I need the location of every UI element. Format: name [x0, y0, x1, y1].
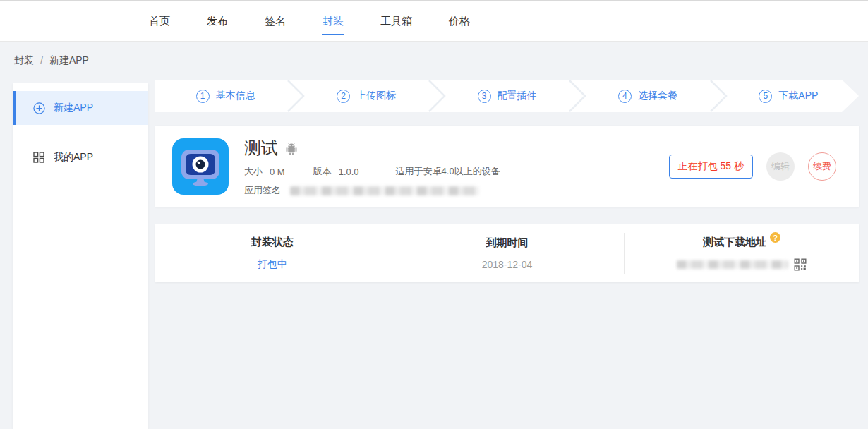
nav-item-signature[interactable]: 签名 — [264, 1, 287, 41]
sidebar-item-new-app[interactable]: 新建APP — [13, 91, 148, 125]
download-url-redacted[interactable] — [677, 260, 788, 269]
app-size-value: 0 M — [270, 167, 285, 177]
nav-item-publish[interactable]: 发布 — [206, 1, 229, 41]
step-label: 选择套餐 — [638, 90, 677, 102]
step-upload-icon: 2 上传图标 — [296, 80, 436, 112]
content-area: 新建APP 我的APP 1 基本信息 2 上传图标 3 配置插件 — [0, 80, 868, 429]
step-download-app: 5 下载APP — [718, 80, 859, 112]
step-label: 上传图标 — [356, 90, 396, 102]
app-compatibility: 适用于安卓4.0以上的设备 — [396, 165, 500, 178]
app-name: 测试 — [244, 139, 278, 157]
app-version-label: 版本 — [313, 165, 332, 178]
step-label: 下载APP — [778, 90, 818, 102]
sidebar: 新建APP 我的APP — [13, 83, 148, 429]
app-info: 测试 — [244, 138, 669, 194]
edit-button[interactable]: 编辑 — [766, 152, 795, 181]
android-icon — [285, 142, 298, 155]
breadcrumb-current: 新建APP — [49, 54, 89, 67]
expiry-header: 到期时间 — [486, 236, 529, 250]
nav-item-toolbox[interactable]: 工具箱 — [380, 1, 413, 41]
step-configure-plugins: 3 配置插件 — [437, 80, 577, 112]
step-number: 1 — [196, 90, 210, 103]
nav-item-home[interactable]: 首页 — [148, 1, 171, 41]
app-signature-redacted — [290, 186, 479, 195]
steps-wizard: 1 基本信息 2 上传图标 3 配置插件 4 选择套餐 5 下载APP — [155, 80, 859, 112]
main-panel: 1 基本信息 2 上传图标 3 配置插件 4 选择套餐 5 下载APP — [155, 80, 859, 282]
nav-item-price[interactable]: 价格 — [448, 1, 471, 41]
step-number: 2 — [337, 90, 350, 103]
step-label: 基本信息 — [216, 90, 255, 102]
expiry-value: 2018-12-04 — [482, 259, 533, 270]
package-status-header: 封装状态 — [251, 236, 294, 249]
grid-icon — [32, 152, 45, 163]
package-status-value: 打包中 — [258, 258, 287, 271]
app-card: 测试 — [155, 126, 859, 207]
main-nav: 首页 发布 签名 封装 工具箱 价格 — [148, 1, 471, 41]
app-icon — [172, 138, 229, 195]
renew-button[interactable]: 续费 — [808, 152, 836, 181]
nav-item-package[interactable]: 封装 — [322, 1, 344, 41]
expiry-column: 到期时间 2018-12-04 — [390, 233, 625, 274]
step-select-plan: 4 选择套餐 — [577, 80, 718, 112]
package-info-card: 封装状态 打包中 到期时间 2018-12-04 测试下载地址 ? — [155, 224, 859, 282]
sidebar-item-label: 我的APP — [54, 151, 93, 164]
packing-status-button[interactable]: 正在打包 55 秒 — [669, 155, 753, 179]
app-actions: 正在打包 55 秒 编辑 续费 — [669, 138, 842, 194]
download-url-header: 测试下载地址 — [703, 236, 766, 249]
sidebar-item-my-app[interactable]: 我的APP — [13, 140, 148, 174]
help-coin-icon[interactable]: ? — [770, 232, 780, 243]
qr-code-icon[interactable] — [794, 258, 807, 271]
breadcrumb-parent[interactable]: 封装 — [14, 54, 34, 67]
app-size-label: 大小 — [244, 165, 263, 178]
download-url-column: 测试下载地址 ? — [624, 233, 859, 274]
step-basic-info: 1 基本信息 — [155, 80, 296, 112]
step-number: 3 — [478, 90, 491, 103]
plus-circle-icon — [32, 102, 45, 114]
step-label: 配置插件 — [498, 90, 537, 102]
step-number: 5 — [759, 90, 772, 103]
package-status-column: 封装状态 打包中 — [155, 233, 390, 274]
sidebar-item-label: 新建APP — [54, 102, 93, 114]
top-header: 首页 发布 签名 封装 工具箱 价格 — [0, 0, 868, 42]
step-number: 4 — [618, 90, 632, 103]
app-signature-label: 应用签名 — [244, 184, 281, 197]
app-version-value: 1.0.0 — [339, 167, 359, 177]
breadcrumb: 封装 / 新建APP — [0, 42, 868, 80]
breadcrumb-separator: / — [40, 55, 43, 66]
